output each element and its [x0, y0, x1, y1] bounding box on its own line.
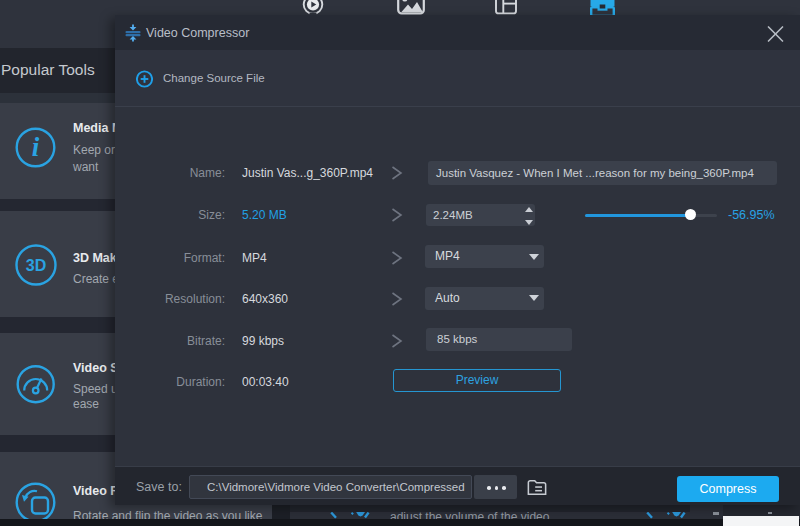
- svg-text:3D: 3D: [26, 257, 46, 274]
- svg-text:i: i: [32, 132, 40, 162]
